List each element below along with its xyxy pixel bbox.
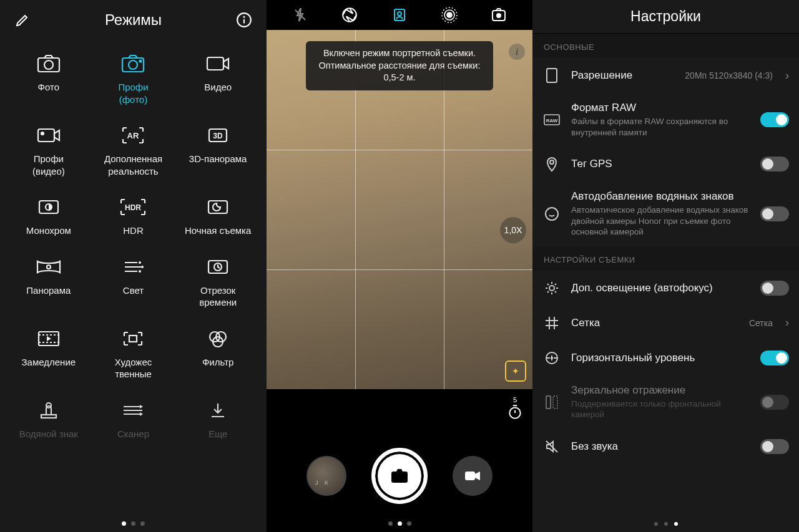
edit-icon[interactable] (14, 11, 31, 29)
mode-label: Свет (123, 284, 144, 297)
mode-pro-video[interactable]: Профи (видео) (6, 124, 91, 177)
row-value: 20Мп 5120x3840 (4:3) (685, 70, 773, 80)
filter-icon (204, 327, 232, 350)
mode-label: Дополненная реальность (104, 153, 162, 177)
video-pro-icon (35, 124, 62, 147)
mode-more[interactable]: Еще (175, 399, 260, 440)
flash-off-icon[interactable] (291, 6, 310, 24)
mode-monochrome[interactable]: Монохром (6, 196, 91, 237)
timelapse-icon (204, 256, 232, 278)
mode-label: Художес твенные (115, 356, 152, 380)
camera-pro-icon (119, 52, 147, 75)
viewfinder-topbar (267, 0, 532, 30)
svg-point-10 (41, 132, 44, 135)
svg-text:AR: AR (127, 131, 139, 140)
mode-label: Замедление (22, 356, 76, 369)
settings-panel: Настройки ОСНОВНЫЕ Разрешение 20Мп 5120x… (532, 0, 799, 532)
row-title: Автодобавление водяных знаков (571, 190, 750, 203)
mode-slowmo[interactable]: Замедление (6, 327, 91, 380)
svg-rect-25 (129, 336, 137, 342)
mode-video[interactable]: Видео (175, 52, 260, 105)
chevron-right-icon: › (785, 316, 789, 329)
mode-panorama[interactable]: Панорама (6, 256, 91, 309)
mode-night[interactable]: Ночная съемка (175, 196, 260, 237)
mode-label: Фильтр (202, 356, 233, 369)
live-icon[interactable] (440, 6, 459, 24)
svg-rect-29 (41, 415, 56, 418)
modes-header: Режимы (0, 0, 267, 40)
enhance-icon[interactable]: ✦ (505, 360, 526, 382)
row-mute[interactable]: Без звука (532, 429, 799, 464)
mode-watermark[interactable]: Водяной знак (6, 399, 91, 440)
settings-pagination (532, 522, 799, 526)
zoom-badge[interactable]: 1,0X (500, 217, 526, 243)
mode-timelapse[interactable]: Отрезок времени (175, 256, 260, 309)
mode-label: Видео (204, 81, 232, 94)
toggle-gps[interactable] (760, 157, 789, 172)
row-resolution[interactable]: Разрешение 20Мп 5120x3840 (4:3) › (532, 58, 799, 93)
svg-text:3D: 3D (213, 132, 223, 140)
grid-line (267, 269, 532, 270)
download-icon (204, 399, 232, 422)
row-mirror: Зеркальное отражение Поддерживается толь… (532, 375, 799, 429)
mode-light[interactable]: Свет (91, 256, 176, 309)
toggle-raw[interactable] (760, 112, 789, 127)
portrait-icon[interactable] (390, 6, 409, 24)
row-value: Сетка (749, 318, 773, 328)
viewfinder[interactable]: Включен режим портретной съемки. Оптимал… (267, 30, 532, 389)
gallery-thumb[interactable] (306, 456, 346, 496)
mode-artistic[interactable]: Художес твенные (91, 327, 176, 380)
svg-point-4 (44, 60, 53, 69)
toggle-focus[interactable] (760, 281, 789, 296)
viewfinder-pagination (267, 521, 532, 526)
mode-label: Отрезок времени (199, 284, 237, 309)
ar-icon: AR (119, 124, 147, 147)
mode-ar[interactable]: AR Дополненная реальность (91, 124, 176, 177)
grid-line (267, 150, 532, 150)
row-level[interactable]: Горизонтальный уровень (532, 341, 799, 375)
mode-filter[interactable]: Фильтр (175, 327, 260, 380)
svg-point-35 (447, 12, 452, 17)
mono-icon (35, 196, 62, 218)
hdr-icon: HDR (119, 196, 147, 218)
raw-icon: RAW (542, 114, 561, 125)
modes-panel: Режимы Фото Профи (фото) Видео Профи (ви… (0, 0, 267, 532)
row-gps[interactable]: Тег GPS (532, 147, 799, 181)
svg-point-34 (398, 12, 401, 16)
row-focus-light[interactable]: Доп. освещение (автофокус) (532, 271, 799, 306)
info-icon[interactable] (235, 11, 253, 29)
mode-pro-photo[interactable]: Профи (фото) (91, 52, 176, 105)
row-title: Тег GPS (571, 158, 750, 170)
svg-point-7 (140, 60, 142, 62)
shutter-button[interactable] (371, 448, 428, 504)
mode-label: Сканер (117, 428, 149, 440)
location-icon (542, 156, 561, 172)
toggle-level[interactable] (760, 351, 789, 365)
row-raw[interactable]: RAW Формат RAW Файлы в формате RAW сохра… (532, 93, 799, 147)
svg-text:HDR: HDR (125, 203, 141, 212)
row-watermark[interactable]: Автодобавление водяных знаков Автоматиче… (532, 181, 799, 246)
svg-point-19 (139, 261, 141, 264)
video-icon (204, 52, 232, 75)
svg-rect-9 (38, 129, 54, 142)
mode-photo[interactable]: Фото (6, 52, 91, 105)
aperture-icon[interactable] (340, 6, 359, 24)
switch-camera-icon[interactable] (489, 6, 508, 24)
toggle-watermark[interactable] (760, 206, 789, 221)
row-grid[interactable]: Сетка Сетка › (532, 306, 799, 341)
mode-label: Профи (фото) (118, 81, 148, 105)
mode-3d-panorama[interactable]: 3D 3D-панорама (175, 124, 260, 177)
svg-point-6 (129, 60, 137, 69)
watermark-icon (542, 206, 561, 221)
timer-badge[interactable]: 5 (504, 397, 526, 422)
row-title: Зеркальное отражение (571, 384, 750, 397)
camera-icon (35, 52, 62, 75)
svg-point-32 (343, 8, 357, 22)
mode-scanner[interactable]: Сканер (91, 399, 176, 440)
video-mode-button[interactable] (453, 456, 493, 496)
svg-rect-44 (547, 69, 557, 82)
mode-hdr[interactable]: HDR HDR (91, 196, 176, 237)
toast-info-icon[interactable]: i (509, 44, 525, 60)
toggle-mute[interactable] (760, 439, 789, 454)
timer-value: 5 (504, 397, 526, 404)
